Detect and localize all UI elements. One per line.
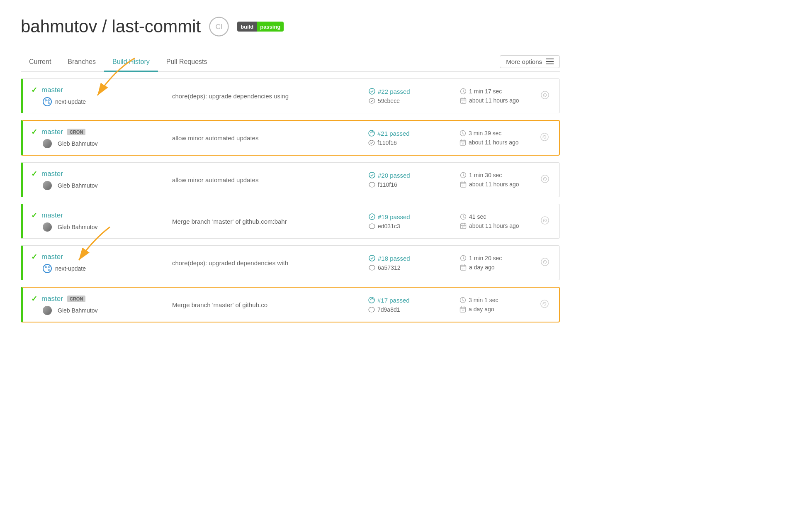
- build-num-label: #17 passed: [377, 297, 410, 304]
- svg-point-15: [541, 133, 548, 140]
- date-label: about 11 hours ago: [469, 222, 519, 229]
- tab-build-history[interactable]: Build History: [104, 53, 158, 72]
- refresh-button[interactable]: [538, 132, 551, 144]
- build-number[interactable]: #21 passed: [368, 130, 451, 137]
- refresh-button[interactable]: [539, 216, 551, 227]
- branch-name[interactable]: master: [41, 86, 63, 94]
- commit-hash-label: f110f16: [378, 181, 397, 188]
- calendar-icon: 27: [459, 306, 466, 313]
- build-bottom-line: Gleb Bahmutov: [31, 306, 164, 315]
- build-top-line: ✓ master: [31, 252, 164, 261]
- refresh-button[interactable]: [539, 257, 551, 269]
- build-status-col: #20 passed f110f16: [365, 172, 456, 188]
- calendar-icon: 27: [460, 222, 467, 229]
- avatar: [43, 181, 52, 190]
- branch-name[interactable]: master: [41, 295, 63, 303]
- date-label: about 11 hours ago: [469, 97, 519, 104]
- date-label: about 11 hours ago: [469, 181, 519, 188]
- build-info: ✓ master next-update: [31, 252, 164, 273]
- build-bottom-line: Gleb Bahmutov: [31, 222, 164, 232]
- tab-current[interactable]: Current: [21, 53, 59, 72]
- build-number[interactable]: #18 passed: [369, 255, 452, 262]
- build-time-col: 3 min 39 sec 27 about 11 hours ago: [455, 130, 538, 146]
- build-number[interactable]: #20 passed: [369, 172, 452, 179]
- build-time-col: 1 min 30 sec 27 about 11 hours ago: [456, 172, 539, 188]
- commit-hash-label: 6a57312: [378, 264, 401, 271]
- svg-point-10: [541, 91, 549, 98]
- cron-badge: CRON: [67, 296, 85, 302]
- date-line: 27 about 11 hours ago: [460, 97, 535, 104]
- calendar-icon: 27: [460, 264, 467, 271]
- refresh-button[interactable]: [539, 174, 551, 186]
- commit-hash: ed031c3: [369, 223, 452, 230]
- build-bottom-line: Gleb Bahmutov: [31, 181, 164, 190]
- duration-label: 1 min 17 sec: [469, 88, 502, 95]
- badge-passing-label: passing: [257, 22, 284, 32]
- build-number[interactable]: #19 passed: [369, 213, 452, 220]
- svg-text:27: 27: [462, 267, 465, 270]
- build-top-line: ✓ master: [31, 86, 164, 95]
- build-num-label: #19 passed: [378, 213, 410, 220]
- avatar: [43, 222, 52, 232]
- commit-icon: [368, 139, 375, 146]
- commit-icon: [369, 181, 375, 188]
- build-bottom-line: next-update: [31, 264, 164, 273]
- commit-hash: 7d9a8d1: [368, 306, 451, 313]
- travis-icon: CI: [209, 17, 229, 37]
- branch-name[interactable]: master: [41, 253, 63, 261]
- build-message: chore(deps): upgraded dependencies with: [164, 259, 365, 266]
- builds-container: ✓ master next-update chore(deps): upgrad…: [21, 78, 560, 322]
- build-top-line: ✓ master CRON: [31, 127, 164, 137]
- duration-line: 3 min 39 sec: [459, 130, 534, 137]
- duration-label: 1 min 30 sec: [469, 172, 502, 178]
- commit-hash-label: 7d9a8d1: [377, 306, 400, 313]
- build-row: ✓ master Gleb Bahmutov allow minor autom…: [21, 162, 560, 197]
- tab-pull-requests[interactable]: Pull Requests: [158, 53, 216, 72]
- svg-point-29: [48, 266, 50, 268]
- more-options-button[interactable]: More options: [500, 55, 560, 68]
- page-header: bahmutov / last-commit CI build passing: [21, 17, 560, 37]
- build-num-label: #21 passed: [377, 130, 410, 137]
- build-row: ✓ master next-update chore(deps): upgrad…: [21, 78, 560, 113]
- svg-point-3: [45, 100, 47, 101]
- build-number[interactable]: #17 passed: [368, 297, 451, 304]
- clock-icon: [460, 172, 467, 178]
- duration-label: 3 min 1 sec: [469, 297, 498, 303]
- branch-name[interactable]: master: [41, 211, 63, 220]
- commit-hash: f110f16: [369, 181, 452, 188]
- more-options-label: More options: [506, 58, 542, 65]
- build-status-col: #19 passed ed031c3: [365, 213, 456, 230]
- build-num-label: #22 passed: [378, 88, 410, 95]
- commit-hash-label: ed031c3: [378, 223, 400, 230]
- build-num-label: #18 passed: [378, 255, 410, 262]
- branch-icon: [43, 264, 52, 273]
- branch-name[interactable]: master: [41, 170, 63, 178]
- refresh-button[interactable]: [539, 90, 551, 102]
- build-info: ✓ master CRON Gleb Bahmutov: [31, 127, 164, 148]
- duration-label: 41 sec: [469, 213, 486, 220]
- committer-name: next-update: [55, 98, 86, 105]
- build-row: ✓ master CRON Gleb Bahmutov allow minor …: [21, 120, 560, 156]
- build-badge[interactable]: build passing: [237, 22, 284, 32]
- build-number[interactable]: #22 passed: [369, 88, 452, 95]
- clock-icon: [460, 255, 467, 261]
- build-top-line: ✓ master: [31, 169, 164, 178]
- build-top-line: ✓ master: [31, 211, 164, 220]
- build-info: ✓ master Gleb Bahmutov: [31, 211, 164, 232]
- check-icon: ✓: [31, 294, 37, 303]
- build-num-label: #20 passed: [378, 172, 410, 179]
- commit-icon: [369, 223, 375, 230]
- build-row: ✓ master CRON Gleb Bahmutov Merge branch…: [21, 287, 560, 322]
- tab-branches[interactable]: Branches: [59, 53, 104, 72]
- build-time-col: 3 min 1 sec 27 a day ago: [455, 297, 538, 313]
- svg-point-20: [541, 175, 549, 182]
- refresh-button[interactable]: [538, 299, 551, 310]
- build-num-icon: [369, 255, 375, 261]
- build-status-col: #21 passed f110f16: [364, 130, 455, 146]
- build-message: allow minor automated updates: [164, 134, 364, 142]
- committer-name: Gleb Bahmutov: [58, 307, 98, 314]
- committer-name: Gleb Bahmutov: [58, 224, 98, 230]
- build-status-col: #22 passed 59cbece: [365, 88, 456, 104]
- build-top-line: ✓ master CRON: [31, 294, 164, 303]
- branch-name[interactable]: master: [41, 128, 63, 136]
